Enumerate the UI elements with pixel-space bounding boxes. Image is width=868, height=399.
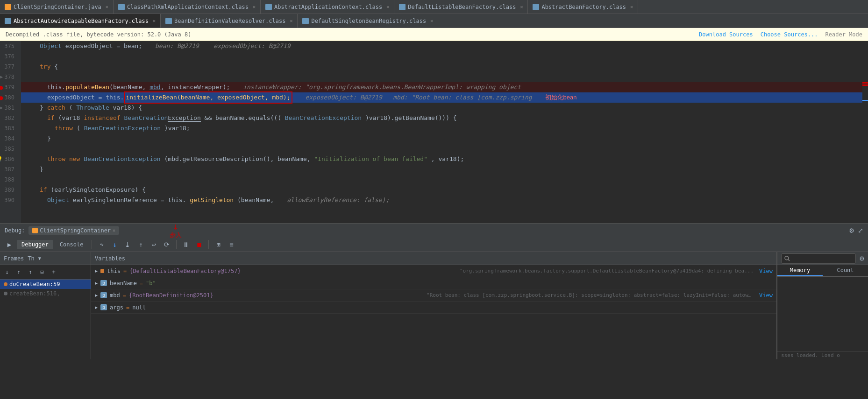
run-to-cursor-button[interactable]: ↩ bbox=[148, 239, 159, 250]
tab-close[interactable]: ✕ bbox=[520, 4, 523, 9]
breakpoint-icon[interactable]: ● bbox=[0, 82, 3, 92]
search-box[interactable] bbox=[781, 253, 856, 264]
tab-abstractbean[interactable]: AbstractBeanFactory.class ✕ bbox=[528, 0, 638, 14]
class-icon bbox=[265, 4, 272, 10]
choose-sources-link[interactable]: Choose Sources... bbox=[761, 31, 818, 38]
code-line-376 bbox=[21, 51, 862, 62]
tab-close[interactable]: ✕ bbox=[153, 18, 156, 23]
tab-defaultsingleton[interactable]: DefaultSingletonBeanRegistry.class ✕ bbox=[298, 14, 438, 28]
settings-button[interactable]: ≡ bbox=[226, 239, 237, 250]
frames-th: Th bbox=[28, 255, 34, 262]
tab-classpathxml[interactable]: ClassPathXmlApplicationContext.class ✕ bbox=[114, 0, 261, 14]
svg-point-0 bbox=[785, 256, 789, 260]
code-lines: Object exposedObject = bean; bean: B@271… bbox=[21, 41, 862, 223]
line-378: ▶ 378 bbox=[0, 72, 17, 82]
reader-mode-label[interactable]: Reader Mode bbox=[825, 31, 862, 38]
var-item-beanname[interactable]: ▶ p beanName = "b" bbox=[91, 277, 776, 289]
tab-beandefinitionvalue[interactable]: BeanDefinitionValueResolver.class ✕ bbox=[161, 14, 298, 28]
panel-expand-icon[interactable]: ⤢ bbox=[858, 227, 863, 234]
scroll-marker-bp2 bbox=[862, 84, 868, 86]
step-over-button[interactable]: ↷ bbox=[96, 239, 107, 250]
tab-abstractapp[interactable]: AbstractApplicationContext.class ✕ bbox=[261, 0, 394, 14]
line-380: ● 380 bbox=[0, 92, 17, 103]
step-into-button[interactable]: ↓ bbox=[109, 239, 120, 250]
code-line-379: this.populateBean(beanName, mbd, instanc… bbox=[21, 82, 862, 92]
resume-button[interactable]: ▶ bbox=[4, 239, 15, 250]
frames-dropdown-icon[interactable]: ▼ bbox=[38, 256, 41, 261]
code-line-380: exposedObject = this.initializeBean(bean… bbox=[21, 92, 862, 103]
settings-icon[interactable]: ⚙ bbox=[860, 254, 864, 263]
tab-memory[interactable]: Memory bbox=[777, 265, 823, 276]
debug-bar: Debug: ClientSpringContainer ✕ ↓ 步入 ⚙ ⤢ bbox=[0, 223, 868, 237]
tab-close[interactable]: ✕ bbox=[386, 4, 389, 9]
expand-icon[interactable]: ▶ bbox=[95, 280, 98, 286]
frames-grid-button[interactable]: ⊞ bbox=[213, 239, 224, 250]
line-383: 383 bbox=[0, 123, 17, 133]
scroll-marker-bp1 bbox=[862, 82, 868, 84]
expand-icon[interactable]: ▶ bbox=[95, 293, 98, 298]
download-sources-link[interactable]: Download Sources bbox=[699, 31, 753, 38]
tab-defaultlistable[interactable]: DefaultListableBeanFactory.class ✕ bbox=[394, 0, 528, 14]
tab-close[interactable]: ✕ bbox=[290, 18, 292, 23]
view-link[interactable]: View bbox=[759, 268, 773, 274]
var-item-this[interactable]: ▶ this = {DefaultListableBeanFactory@175… bbox=[91, 265, 776, 277]
class-icon bbox=[5, 18, 11, 24]
code-area: 375 376 377 ▶ 378 ● 379 ● 380 ▶ 381 382 … bbox=[0, 41, 868, 223]
hint-bulb-icon: 💡 bbox=[0, 154, 3, 164]
debug-tab-close[interactable]: ✕ bbox=[113, 228, 115, 233]
frames-header: Frames Th ▼ bbox=[0, 252, 91, 265]
frames-filter-btn[interactable]: ⊟ bbox=[37, 267, 47, 277]
svg-line-1 bbox=[788, 259, 790, 261]
frame-label: doCreateBean:59 bbox=[9, 281, 60, 287]
frame-item-0[interactable]: doCreateBean:59 bbox=[0, 280, 91, 289]
breakpoint-icon[interactable]: ● bbox=[0, 92, 3, 103]
step-out-button[interactable]: ↑ bbox=[135, 239, 146, 250]
code-line-381: } catch ( Throwable var18) { bbox=[21, 103, 862, 113]
tab-close[interactable]: ✕ bbox=[106, 4, 108, 9]
debug-tab-clientspring[interactable]: ClientSpringContainer ✕ bbox=[28, 226, 119, 235]
tab-abstractautowire[interactable]: AbstractAutowireCapableBeanFactory.class… bbox=[0, 14, 161, 28]
tab-console[interactable]: Console bbox=[55, 240, 88, 249]
pause-button[interactable]: ⏸ bbox=[180, 239, 192, 250]
evaluate-button[interactable]: ⟳ bbox=[161, 239, 172, 250]
tab-debugger[interactable]: Debugger bbox=[17, 240, 53, 249]
fold-icon: ▶ bbox=[0, 103, 3, 113]
tab-label: ClientSpringContainer.java bbox=[14, 4, 101, 10]
stop-button[interactable]: ■ bbox=[193, 239, 205, 250]
code-line-382: if (var18 instanceof BeanCreationExcepti… bbox=[21, 113, 862, 123]
tab-close[interactable]: ✕ bbox=[430, 18, 433, 23]
frames-down-btn[interactable]: ↓ bbox=[2, 267, 12, 277]
tab-client-spring[interactable]: ClientSpringContainer.java ✕ bbox=[0, 0, 114, 14]
frames-up-btn2[interactable]: ↑ bbox=[25, 267, 36, 277]
line-388: 388 bbox=[0, 175, 17, 185]
frames-label: Frames bbox=[4, 255, 24, 262]
code-line-385 bbox=[21, 144, 862, 154]
frame-item-1[interactable]: createBean:516, bbox=[0, 289, 91, 298]
info-bar: Decompiled .class file, bytecode version… bbox=[0, 28, 868, 41]
expand-icon[interactable]: ▶ bbox=[95, 305, 98, 310]
tab-close[interactable]: ✕ bbox=[630, 4, 633, 9]
frame-dot bbox=[4, 292, 7, 295]
line-377: 377 bbox=[0, 62, 17, 72]
var-type-p: p bbox=[100, 304, 107, 310]
tab-count[interactable]: Count bbox=[823, 265, 868, 276]
var-hint: "org.springframework.beans.factory.suppo… bbox=[460, 268, 754, 274]
frames-add-btn[interactable]: + bbox=[49, 267, 59, 277]
frames-up-btn[interactable]: ↑ bbox=[14, 267, 24, 277]
tab-close[interactable]: ✕ bbox=[253, 4, 256, 9]
var-item-args[interactable]: ▶ p args = null bbox=[91, 301, 776, 314]
force-step-into-button[interactable]: ⤓ bbox=[122, 239, 133, 250]
code-line-383: throw ( BeanCreationException )var18; bbox=[21, 123, 862, 133]
view-link[interactable]: View bbox=[759, 292, 773, 299]
bottom-status: sses loaded. Load o bbox=[777, 351, 868, 359]
line-386: 💡 386 bbox=[0, 154, 17, 164]
toolbar-separator bbox=[92, 240, 92, 249]
tab-label: BeanDefinitionValueResolver.class bbox=[174, 18, 285, 24]
search-input[interactable] bbox=[792, 255, 853, 262]
expand-icon[interactable]: ▶ bbox=[95, 268, 98, 273]
var-type-p: p bbox=[100, 292, 107, 298]
var-type-p: p bbox=[100, 280, 107, 286]
settings-gear-icon[interactable]: ⚙ bbox=[849, 226, 854, 235]
redbox-initializebean: initializeBean(beanName, exposedObject, … bbox=[124, 91, 292, 104]
var-item-mbd[interactable]: ▶ p mbd = {RootBeanDefinition@2501} "Roo… bbox=[91, 289, 776, 301]
